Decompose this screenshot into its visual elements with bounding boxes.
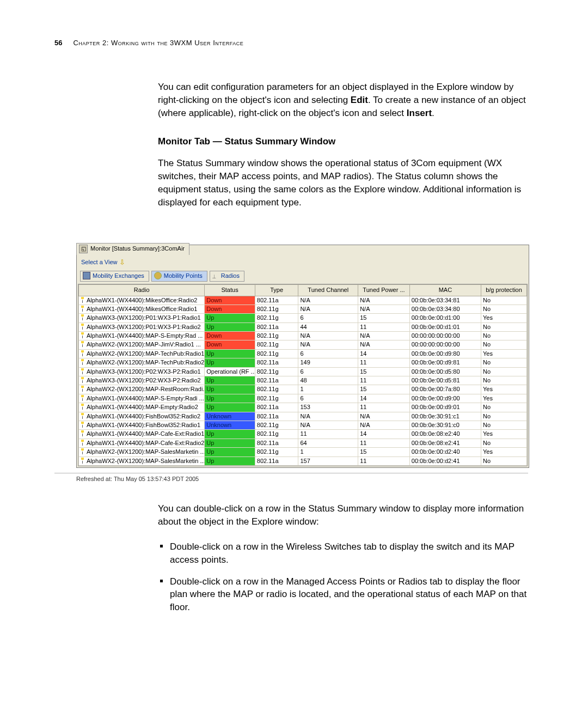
- cell-status: Operational (RF ...: [205, 367, 255, 376]
- cell-status: Up: [205, 349, 255, 358]
- cell-bg: Yes: [481, 394, 527, 403]
- table-row[interactable]: AlphaWX1-(WX4400):MAP-Empty:Radio2Up802.…: [79, 403, 527, 412]
- table-row[interactable]: AlphaWX1-(WX4400):MAP-S-Empty:Radi ...Up…: [79, 394, 527, 403]
- col-bg[interactable]: b/g protection: [481, 285, 527, 296]
- tab-mobility-points[interactable]: Mobility Points: [151, 271, 207, 282]
- page-number: 56: [54, 38, 62, 48]
- cell-radio: AlphaWX2-(WX1200):MAP-SalesMarketin ...: [79, 448, 205, 457]
- cell-bg: No: [481, 358, 527, 367]
- cell-channel: N/A: [298, 421, 358, 430]
- view-tabs: Mobility Exchanges Mobility Points ⟂ Rad…: [77, 271, 529, 284]
- cell-type: 802.11g: [255, 385, 298, 394]
- table-row[interactable]: AlphaWX2-(WX1200):MAP-RestRoom:Radi...Up…: [79, 385, 527, 394]
- cell-bg: Yes: [481, 385, 527, 394]
- cell-radio: AlphaWX1-(WX4400):MikesOffice:Radio2: [79, 296, 205, 305]
- tab-radios[interactable]: ⟂ Radios: [210, 271, 244, 282]
- tab-label: Mobility Points: [164, 272, 203, 280]
- table-row[interactable]: AlphaWX3-(WX1200):P02:WX3-P2:Radio2Up802…: [79, 376, 527, 385]
- cell-power: N/A: [358, 412, 410, 421]
- status-paragraph: The Status Summary window shows the oper…: [158, 157, 534, 209]
- col-status[interactable]: Status: [205, 285, 255, 296]
- table-row[interactable]: AlphaWX1-(WX4400):MAP-S-Empty:Rad ...Dow…: [79, 332, 527, 340]
- cell-radio: AlphaWX2-(WX1200):MAP-SalesMarketin ...: [79, 457, 205, 465]
- cell-status: Down: [205, 340, 255, 349]
- table-row[interactable]: AlphaWX1-(WX4400):FishBowl352:Radio1Unkn…: [79, 421, 527, 430]
- table-row[interactable]: AlphaWX3-(WX1200):P01:WX3-P1:Radio2Up802…: [79, 322, 527, 331]
- cell-bg: Yes: [481, 314, 527, 322]
- cell-type: 802.11a: [255, 376, 298, 385]
- cell-type: 802.11g: [255, 394, 298, 403]
- bullet-list: Double-click on a row in the Wireless Sw…: [158, 540, 534, 614]
- cell-type: 802.11g: [255, 340, 298, 349]
- select-view-label: Select a View: [81, 258, 117, 266]
- cell-type: 802.11g: [255, 349, 298, 358]
- cell-status: Down: [205, 332, 255, 340]
- col-radio[interactable]: Radio: [79, 285, 205, 296]
- table-row[interactable]: AlphaWX3-(WX1200):P02:WX3-P2:Radio1Opera…: [79, 367, 527, 376]
- cell-mac: 00:0b:0e:00:d2:40: [409, 448, 481, 457]
- cell-mac: 00:0b:0e:03:34:81: [409, 296, 481, 305]
- cell-power: 14: [358, 394, 410, 403]
- table-header-row: Radio Status Type Tuned Channel Tuned Po…: [79, 285, 527, 296]
- cell-status: Up: [205, 322, 255, 331]
- cell-bg: No: [481, 421, 527, 430]
- table-row[interactable]: AlphaWX2-(WX1200):MAP-JimV:Radio1 ...Dow…: [79, 340, 527, 349]
- cell-mac: 00:0b:0e:00:d9:00: [409, 394, 481, 403]
- table-row[interactable]: AlphaWX1-(WX4400):MikesOffice:Radio1Down…: [79, 305, 527, 313]
- cell-status: Unknown: [205, 421, 255, 430]
- table-row[interactable]: AlphaWX3-(WX1200):P01:WX3-P1:Radio1Up802…: [79, 314, 527, 322]
- cell-type: 802.11a: [255, 457, 298, 465]
- cell-mac: 00:0b:0e:00:d9:80: [409, 349, 481, 358]
- cell-radio: AlphaWX1-(WX4400):MikesOffice:Radio1: [79, 305, 205, 313]
- dropdown-arrow-icon: ⇩: [119, 258, 125, 267]
- cell-channel: 157: [298, 457, 358, 465]
- cell-power: 11: [358, 403, 410, 412]
- cell-status: Up: [205, 439, 255, 447]
- cell-bg: No: [481, 340, 527, 349]
- cell-bg: No: [481, 296, 527, 305]
- col-type[interactable]: Type: [255, 285, 298, 296]
- cell-radio: AlphaWX3-(WX1200):P01:WX3-P1:Radio2: [79, 322, 205, 331]
- table-row[interactable]: AlphaWX1-(WX4400):MikesOffice:Radio2Down…: [79, 296, 527, 305]
- cell-bg: No: [481, 305, 527, 313]
- cell-channel: 153: [298, 403, 358, 412]
- cell-power: 11: [358, 376, 410, 385]
- cell-power: 14: [358, 349, 410, 358]
- cell-power: N/A: [358, 305, 410, 313]
- cell-type: 802.11g: [255, 332, 298, 340]
- chapter-title: Chapter 2: Working with the 3WXM User In…: [73, 38, 243, 48]
- running-header: 56 Chapter 2: Working with the 3WXM User…: [54, 38, 534, 48]
- table-row[interactable]: AlphaWX2-(WX1200):MAP-TechPub:Radio1Up80…: [79, 349, 527, 358]
- cell-radio: AlphaWX2-(WX1200):MAP-TechPub:Radio1: [79, 349, 205, 358]
- cell-mac: 00:0b:0e:08:e2:40: [409, 430, 481, 439]
- cell-mac: 00:0b:0e:00:d5:81: [409, 376, 481, 385]
- select-view-link[interactable]: Select a View ⇩: [77, 255, 529, 271]
- cell-type: 802.11a: [255, 296, 298, 305]
- cell-type: 802.11g: [255, 314, 298, 322]
- cell-channel: 149: [298, 358, 358, 367]
- cell-status: Up: [205, 385, 255, 394]
- cell-bg: No: [481, 332, 527, 340]
- table-row[interactable]: AlphaWX1-(WX4400):MAP-Cafe-Ext:Radio1Up8…: [79, 430, 527, 439]
- table-row[interactable]: AlphaWX2-(WX1200):MAP-SalesMarketin ...U…: [79, 448, 527, 457]
- cell-channel: 6: [298, 314, 358, 322]
- cell-radio: AlphaWX2-(WX1200):MAP-JimV:Radio1 ...: [79, 340, 205, 349]
- cell-status: Up: [205, 314, 255, 322]
- table-row[interactable]: AlphaWX1-(WX4400):MAP-Cafe-Ext:Radio2Up8…: [79, 439, 527, 447]
- cell-mac: 00:00:00:00:00:00: [409, 340, 481, 349]
- cell-radio: AlphaWX1-(WX4400):FishBowl352:Radio1: [79, 421, 205, 430]
- cell-mac: 00:0b:0e:00:d5:80: [409, 367, 481, 376]
- cell-type: 802.11a: [255, 358, 298, 367]
- tab-mobility-exchanges[interactable]: Mobility Exchanges: [80, 271, 149, 282]
- cell-type: 802.11a: [255, 322, 298, 331]
- col-chan[interactable]: Tuned Channel: [298, 285, 358, 296]
- table-row[interactable]: AlphaWX2-(WX1200):MAP-TechPub:Radio2Up80…: [79, 358, 527, 367]
- cell-power: 11: [358, 358, 410, 367]
- table-row[interactable]: AlphaWX2-(WX1200):MAP-SalesMarketin ...U…: [79, 457, 527, 465]
- col-mac[interactable]: MAC: [409, 285, 481, 296]
- cell-radio: AlphaWX2-(WX1200):MAP-RestRoom:Radi...: [79, 385, 205, 394]
- col-power[interactable]: Tuned Power ...: [358, 285, 410, 296]
- table-row[interactable]: AlphaWX1-(WX4400):FishBowl352:Radio2Unkn…: [79, 412, 527, 421]
- cell-power: 15: [358, 367, 410, 376]
- cell-bg: No: [481, 439, 527, 447]
